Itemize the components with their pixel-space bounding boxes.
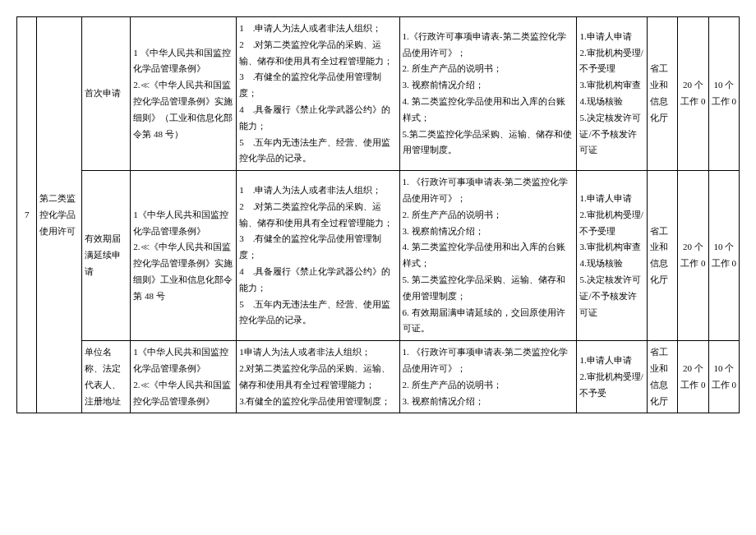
- proc-0: 1.申请人申请 2.审批机构受理/不予受理 3.审批机构审查 4.现场核验 5.…: [577, 17, 647, 171]
- mat-0: 1.《行政许可事项申请表-第二类监控化学品使用许可》； 2. 所生产产品的说明书…: [399, 17, 577, 171]
- d1-1: 20 个工作 0: [678, 171, 708, 341]
- dept-2: 省工业和信息化厅: [647, 341, 677, 413]
- d1-2: 20 个工作 0: [678, 341, 708, 413]
- basis-1: 1《中华人民共和国监控化学品管理条例》 2.≪《中华人民共和国监控化学品管理条例…: [131, 171, 237, 341]
- row-index: 7: [17, 17, 37, 413]
- permit-table: 7 第二类监控化学品使用许可 首次申请 1 《中华人民共和国监控化学品管理条例》…: [16, 16, 740, 413]
- basis-2: 1《中华人民共和国监控化学品管理条例》 2.≪《中华人民共和国监控化学品管理条例…: [131, 341, 237, 413]
- sub-0: 首次申请: [82, 17, 131, 171]
- d2-2: 10 个工作 0: [708, 341, 739, 413]
- d2-1: 10 个工作 0: [708, 171, 739, 341]
- basis-0: 1 《中华人民共和国监控化学品管理条例》 2.≪《中华人民共和国监控化学品管理条…: [131, 17, 237, 171]
- cond-1: 1 .申请人为法人或者非法人组织； 2 .对第二类监控化学品的采购、运输、储存和…: [237, 171, 399, 341]
- d1-0: 20 个工作 0: [678, 17, 708, 171]
- dept-0: 省工业和信息化厅: [647, 17, 677, 171]
- dept-1: 省工业和信息化厅: [647, 171, 677, 341]
- sub-1: 有效期届满延续申请: [82, 171, 131, 341]
- mat-1: 1. 《行政许可事项申请表-第二类监控化学品使用许可》； 2. 所生产产品的说明…: [399, 171, 577, 341]
- mat-2: 1. 《行政许可事项申请表-第二类监控化学品使用许可》； 2. 所生产产品的说明…: [399, 341, 577, 413]
- d2-0: 10 个工作 0: [708, 17, 739, 171]
- proc-2: 1.申请人申请 2.审批机构受理/不予受: [577, 341, 647, 413]
- cond-0: 1 .申请人为法人或者非法人组织； 2 .对第二类监控化学品的采购、运输、储存和…: [237, 17, 399, 171]
- sub-2: 单位名称、法定代表人、注册地址: [82, 341, 131, 413]
- item-name: 第二类监控化学品使用许可: [37, 17, 82, 413]
- proc-1: 1.申请人申请 2.审批机构受理/不予受理 3.审批机构审查 4.现场核验 5.…: [577, 171, 647, 341]
- cond-2: 1申请人为法人或者非法人组织； 2.对第二类监控化学品的采购、运输、储存和使用具…: [237, 341, 399, 413]
